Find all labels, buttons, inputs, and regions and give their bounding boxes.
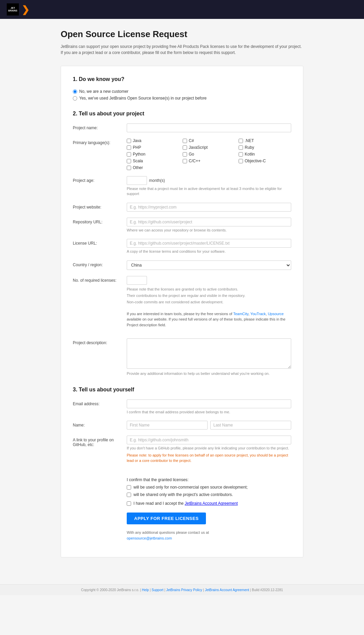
country-select[interactable]: China: [127, 260, 291, 270]
lang-csharp[interactable]: C#: [183, 138, 235, 143]
lang-scala-cb[interactable]: [127, 159, 131, 163]
confirm-section: I confirm that the granted licenses: wil…: [127, 477, 291, 497]
confirm2-label: will be shared only with the project's a…: [133, 492, 233, 497]
agreement-text: I have read and I accept the JetBrains A…: [133, 501, 238, 506]
lang-go[interactable]: Go: [183, 152, 235, 157]
agreement-link[interactable]: JetBrains Account Agreement: [185, 501, 238, 506]
lang-objc-cb[interactable]: [239, 159, 243, 163]
license-url-row: License URL: A copy of the license terms…: [73, 239, 291, 254]
email-input[interactable]: [127, 399, 291, 408]
license-url-input[interactable]: [127, 239, 291, 248]
project-website-input[interactable]: [127, 203, 291, 212]
agreement-row[interactable]: I have read and I accept the JetBrains A…: [127, 501, 291, 506]
project-name-input[interactable]: [127, 123, 291, 132]
age-input-row: month(s): [127, 176, 291, 185]
confirm1-item[interactable]: will be used only for non-commercial ope…: [127, 485, 291, 490]
github-row: A link to your profile on GitHub, etc: I…: [73, 436, 291, 468]
logo-text: JETBRAINS: [8, 7, 18, 12]
project-age-input[interactable]: [127, 176, 147, 185]
lang-java[interactable]: Java: [127, 138, 179, 143]
section3-title: 3. Tell us about yourself: [73, 387, 291, 393]
teamcity-link[interactable]: TeamCity: [233, 312, 248, 316]
description-input[interactable]: [127, 338, 291, 369]
lang-cpp-cb[interactable]: [183, 159, 187, 163]
project-name-label: Project name:: [73, 123, 127, 130]
section1-title: 1. Do we know you?: [73, 76, 291, 82]
lang-kotlin-cb[interactable]: [239, 152, 243, 157]
page-title: Open Source License Request: [61, 29, 303, 39]
name-field: [127, 421, 291, 430]
lang-ruby-cb[interactable]: [239, 145, 243, 150]
project-name-field: [127, 123, 291, 132]
lang-net-cb[interactable]: [239, 139, 243, 143]
lang-php[interactable]: PHP: [127, 145, 179, 150]
contact-section: With any additional questions please con…: [127, 530, 291, 541]
languages-row: Primary language(s): Java C# .NET PHP Ja…: [73, 138, 291, 170]
lang-javascript[interactable]: JavaScript: [183, 145, 235, 150]
confirmations-spacer: [73, 474, 127, 476]
radio-existing-customer-input[interactable]: [73, 96, 77, 101]
last-name-input[interactable]: [210, 421, 291, 430]
radio-new-customer-label: No, we are a new customer: [79, 89, 128, 94]
upsource-link[interactable]: Upsource: [268, 312, 284, 316]
agreement-cb[interactable]: [127, 501, 131, 506]
lang-other[interactable]: Other: [127, 165, 179, 170]
github-input[interactable]: [127, 436, 291, 444]
team-tools-info: If you are interested in team tools, ple…: [127, 311, 291, 328]
project-name-row: Project name:: [73, 123, 291, 132]
confirm2-item[interactable]: will be shared only with the project's a…: [127, 492, 291, 497]
github-label: A link to your profile on GitHub, etc:: [73, 436, 127, 447]
licenses-count-input[interactable]: [127, 276, 147, 285]
section2-title: 2. Tell us about your project: [73, 111, 291, 117]
confirm1-cb[interactable]: [127, 485, 131, 490]
project-age-hint: Please note that a project must be in ac…: [127, 186, 291, 197]
lang-scala[interactable]: Scala: [127, 159, 179, 163]
confirm2-cb[interactable]: [127, 493, 131, 497]
lang-python-cb[interactable]: [127, 152, 131, 157]
radio-new-customer[interactable]: No, we are a new customer: [73, 89, 291, 94]
footer-privacy[interactable]: JetBrains Privacy Policy: [166, 588, 202, 592]
repo-url-field: Where we can access your repository or b…: [127, 218, 291, 233]
country-label: Country / region:: [73, 260, 127, 267]
footer-agreement[interactable]: JetBrains Account Agreement: [205, 588, 249, 592]
logo: JETBRAINS ❯: [7, 3, 29, 16]
team-tools-row: If you are interested in team tools, ple…: [73, 311, 291, 333]
confirm-title: I confirm that the granted licenses:: [127, 477, 291, 482]
lang-java-cb[interactable]: [127, 139, 131, 143]
lang-net[interactable]: .NET: [239, 138, 291, 143]
lang-javascript-cb[interactable]: [183, 145, 187, 150]
project-age-label: Project age:: [73, 176, 127, 183]
warning-text: Please note: to apply for free licenses …: [127, 453, 291, 463]
licenses-hint1: Please note that the licenses are grante…: [127, 287, 291, 292]
project-age-row: Project age: month(s) Please note that a…: [73, 176, 291, 197]
first-name-input[interactable]: [127, 421, 208, 430]
description-hint: Provide any additional information to he…: [127, 371, 291, 376]
licenses-count-row: No. of required licenses: Please note th…: [73, 276, 291, 305]
radio-new-customer-input[interactable]: [73, 89, 77, 94]
confirm1-label: will be used only for non-commercial ope…: [133, 485, 248, 490]
apply-button[interactable]: APPLY FOR FREE LICENSES: [127, 513, 206, 524]
lang-csharp-cb[interactable]: [183, 139, 187, 143]
footer-support[interactable]: Support: [152, 588, 163, 592]
licenses-count-field: Please note that the licenses are grante…: [127, 276, 291, 305]
lang-objc[interactable]: Objective-C: [239, 159, 291, 163]
repo-url-input[interactable]: [127, 218, 291, 226]
lang-php-cb[interactable]: [127, 145, 131, 150]
footer-help[interactable]: Help: [142, 588, 149, 592]
youtrack-link[interactable]: YouTrack: [250, 312, 266, 316]
email-field: I confirm that the email address provide…: [127, 399, 291, 415]
license-url-hint: A copy of the license terms and conditio…: [127, 249, 291, 254]
lang-other-cb[interactable]: [127, 166, 131, 170]
lang-cpp[interactable]: C/C++: [183, 159, 235, 163]
contact-email[interactable]: opensource@jetbrains.com: [127, 536, 172, 540]
country-field: China: [127, 260, 291, 270]
lang-go-cb[interactable]: [183, 152, 187, 157]
lang-ruby[interactable]: Ruby: [239, 145, 291, 150]
license-url-label: License URL:: [73, 239, 127, 246]
section2: 2. Tell us about your project Project na…: [73, 111, 291, 377]
confirmations-field: I confirm that the granted licenses: wil…: [127, 474, 291, 541]
radio-existing-customer[interactable]: Yes, we've used JetBrains Open Source li…: [73, 96, 291, 101]
lang-kotlin[interactable]: Kotlin: [239, 152, 291, 157]
lang-python[interactable]: Python: [127, 152, 179, 157]
header: JETBRAINS ❯: [0, 0, 364, 19]
